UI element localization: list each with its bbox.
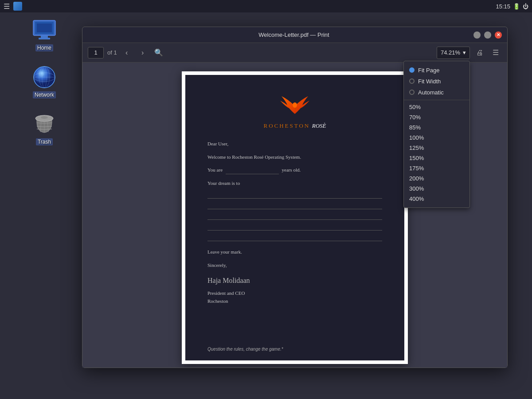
desktop-icon-trash[interactable]: Trash [27,112,62,145]
pdf-line-3 [207,212,382,220]
network-globe-svg [32,65,56,89]
zoom-85[interactable]: 85% [404,122,469,133]
pdf-footer: Question the rules, change the game.* [207,347,283,352]
zoom-100[interactable]: 100% [404,133,469,143]
taskbar-app-icon[interactable] [13,2,22,11]
desktop-icons: Home [27,18,62,145]
window-title: Welcome-Letter.pdf — Print [258,31,329,38]
pdf-logo-text: ROCHESTON ROSÈ [207,121,382,129]
zoom-175[interactable]: 175% [404,163,469,173]
search-button[interactable]: 🔍 [153,47,165,59]
svg-rect-2 [41,35,48,38]
pdf-line-4 [207,223,382,231]
prev-page-button[interactable]: ‹ [121,47,133,59]
zoom-automatic-radio [409,90,415,95]
zoom-400[interactable]: 400% [404,194,469,204]
menu-icon[interactable]: ☰ [4,2,10,11]
zoom-value-label: 74.21% [441,49,460,56]
pdf-company: Rocheston [207,297,382,305]
pdf-intro: Welcome to Rocheston Rosé Operating Syst… [207,153,382,161]
zoom-chevron-icon: ▾ [463,49,466,56]
zoom-fit-width-label: Fit Width [418,78,441,85]
clock: 15:15 [496,3,510,10]
close-button[interactable]: ✕ [495,31,502,39]
pdf-content: Dear User, Welcome to Rocheston Rosé Ope… [207,140,382,305]
zoom-automatic-label: Automatic [418,89,444,96]
zoom-50[interactable]: 50% [404,102,469,112]
zoom-fit-width-radio [409,78,415,84]
zoom-fit-page-label: Fit Page [418,67,439,74]
pdf-signature: Haja Molidaan [207,275,382,286]
print-settings-button[interactable]: 🖨 [473,47,486,59]
pdf-position: President and CEO [207,289,382,297]
desktop-icon-home[interactable]: Home [27,18,62,51]
taskbar-left: ☰ [4,2,22,11]
svg-point-17 [293,102,297,108]
home-icon-label: Home [35,44,53,51]
svg-rect-4 [37,23,52,32]
window-titlebar: Welcome-Letter.pdf — Print — □ ✕ [82,27,507,43]
zoom-fit-page[interactable]: Fit Page [404,65,469,76]
zoom-125[interactable]: 125% [404,143,469,153]
pdf-logo-area: ROCHESTON ROSÈ [207,93,382,129]
power-icon: ⏻ [523,3,528,10]
pdf-leave-mark: Leave your mark. [207,248,382,256]
maximize-button[interactable]: □ [484,31,491,39]
zoom-fit-width[interactable]: Fit Width [404,76,469,87]
page-of-label: of 1 [107,49,117,56]
pdf-line-1 [207,191,382,199]
pdf-line-5 [207,233,382,241]
next-page-button[interactable]: › [137,47,149,59]
svg-point-13 [41,116,48,119]
network-icon-img [32,65,57,90]
zoom-dropdown-menu: Fit Page Fit Width Automatic 50% 70% 85%… [403,61,470,208]
zoom-70[interactable]: 70% [404,112,469,122]
window-toolbar: of 1 ‹ › 🔍 74.21% ▾ Fit Page Fit Width [82,43,507,63]
pdf-rose: ROSÈ [312,122,326,129]
taskbar: ☰ 15:15 🔋 ⏻ [0,0,532,12]
home-icon-img [32,18,57,43]
network-icon-label: Network [33,91,56,98]
zoom-automatic[interactable]: Automatic [404,87,469,98]
zoom-dropdown-container: 74.21% ▾ Fit Page Fit Width Automatic [437,47,470,59]
trash-icon-img [32,112,57,137]
trash-can-svg [32,112,56,136]
trash-icon-label: Trash [36,138,53,145]
pdf-age-line: You are years old. [207,166,382,174]
taskbar-right: 15:15 🔋 ⏻ [496,3,528,10]
more-options-button[interactable]: ☰ [489,47,502,59]
print-window: Welcome-Letter.pdf — Print — □ ✕ of 1 ‹ … [82,27,508,368]
zoom-150[interactable]: 150% [404,153,469,163]
pdf-page: ROCHESTON ROSÈ Dear User, Welcome to Roc… [182,71,408,364]
window-controls: — □ ✕ [473,31,502,39]
zoom-select-button[interactable]: 74.21% ▾ [437,47,470,59]
pdf-sincerely: Sincerely, [207,262,382,270]
minimize-button[interactable]: — [473,31,481,39]
desktop-icon-network[interactable]: Network [27,65,62,98]
zoom-fit-page-radio [409,67,415,73]
svg-point-10 [39,71,44,77]
zoom-200[interactable]: 200% [404,173,469,184]
pdf-brand: ROCHESTON [263,122,310,129]
svg-rect-3 [39,38,50,39]
home-monitor-svg [32,20,56,41]
page-number-input[interactable] [88,47,104,59]
pdf-greeting: Dear User, [207,140,382,148]
pdf-logo-bird [279,93,310,117]
pdf-dream-line: Your dream is to [207,180,382,188]
zoom-300[interactable]: 300% [404,184,469,194]
pdf-line-2 [207,201,382,209]
battery-icon: 🔋 [513,3,520,10]
